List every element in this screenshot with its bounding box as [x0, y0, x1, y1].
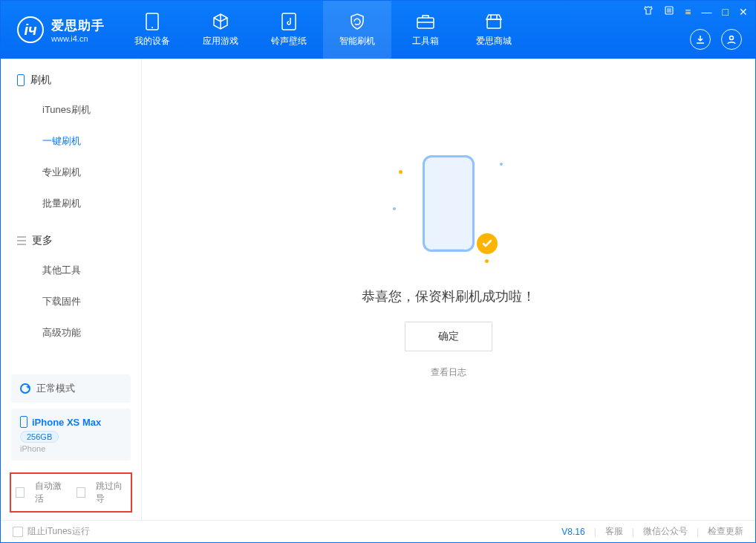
device-info-card[interactable]: iPhone XS Max 256GB iPhone [11, 409, 131, 461]
label-block-itunes: 阻止iTunes运行 [27, 525, 90, 538]
header-right-buttons [690, 29, 742, 50]
app-window: iч 爱思助手 www.i4.cn 我的设备 应用游戏 铃声壁纸 智能刷机 [0, 0, 756, 543]
music-file-icon [279, 12, 299, 31]
sidebar-item-other-tools[interactable]: 其他工具 [1, 255, 141, 286]
success-illustration [393, 140, 504, 267]
phone-icon [20, 416, 27, 428]
sidebar-item-itunes-flash[interactable]: iTunes刷机 [1, 94, 141, 126]
svg-rect-3 [417, 18, 434, 28]
shield-refresh-icon [348, 12, 367, 31]
main-content: 恭喜您，保资料刷机成功啦！ 确定 查看日志 [142, 59, 755, 520]
window-controls: ≡ — □ ✕ [643, 5, 748, 18]
svg-point-5 [730, 36, 734, 40]
sidebar-section-more: 更多 [1, 219, 141, 255]
sidebar-item-oneclick-flash[interactable]: 一键刷机 [1, 126, 141, 157]
tab-my-device[interactable]: 我的设备 [118, 1, 186, 59]
check-icon [475, 231, 500, 256]
sidebar-section-flash: 刷机 [1, 59, 141, 94]
checkbox-skip-guide[interactable] [76, 487, 85, 498]
device-mode-card[interactable]: 正常模式 [11, 374, 131, 403]
sidebar-item-batch-flash[interactable]: 批量刷机 [1, 188, 141, 219]
label-auto-activate: 自动激活 [35, 480, 65, 505]
refresh-icon [20, 383, 30, 394]
device-icon [143, 12, 162, 31]
cube-icon [211, 12, 230, 31]
device-storage-badge: 256GB [20, 431, 59, 443]
logo-text: 爱思助手 www.i4.cn [51, 17, 105, 43]
tab-ringtone-wallpaper[interactable]: 铃声壁纸 [255, 1, 323, 59]
tab-store[interactable]: 爱思商城 [460, 1, 528, 59]
tab-smart-flash[interactable]: 智能刷机 [323, 1, 391, 59]
checkbox-block-itunes[interactable] [13, 527, 23, 537]
tab-apps-games[interactable]: 应用游戏 [186, 1, 255, 59]
phone-icon [17, 74, 25, 86]
ok-button[interactable]: 确定 [405, 322, 492, 351]
checkbox-auto-activate[interactable] [16, 487, 25, 498]
version-label: V8.16 [561, 527, 584, 537]
device-type: iPhone [20, 444, 122, 453]
maximize-button[interactable]: □ [723, 6, 729, 18]
store-icon [484, 12, 504, 31]
sidebar: 刷机 iTunes刷机 一键刷机 专业刷机 批量刷机 更多 其他工具 下载固件 … [1, 59, 142, 520]
footer-wechat-link[interactable]: 微信公众号 [643, 525, 688, 538]
header-tabs: 我的设备 应用游戏 铃声壁纸 智能刷机 工具箱 爱思商城 [118, 1, 528, 59]
shirt-icon[interactable] [643, 5, 654, 18]
footer-check-update-link[interactable]: 检查更新 [708, 525, 743, 538]
view-log-link[interactable]: 查看日志 [431, 366, 466, 379]
label-skip-guide: 跳过向导 [96, 480, 126, 505]
success-message: 恭喜您，保资料刷机成功啦！ [362, 287, 535, 305]
close-button[interactable]: ✕ [739, 6, 748, 18]
body: 刷机 iTunes刷机 一键刷机 专业刷机 批量刷机 更多 其他工具 下载固件 … [1, 59, 755, 520]
svg-rect-4 [487, 19, 501, 28]
app-name: 爱思助手 [51, 17, 105, 34]
download-button[interactable] [690, 29, 711, 50]
logo-icon: iч [17, 16, 44, 43]
highlight-box: 自动激活 跳过向导 [10, 472, 132, 513]
user-button[interactable] [721, 29, 742, 50]
tab-toolbox[interactable]: 工具箱 [391, 1, 460, 59]
minimize-button[interactable]: — [702, 6, 712, 18]
sidebar-item-advanced[interactable]: 高级功能 [1, 317, 141, 348]
logo-area: iч 爱思助手 www.i4.cn [1, 1, 118, 59]
svg-point-1 [151, 27, 153, 28]
footer-support-link[interactable]: 客服 [605, 525, 623, 538]
device-name: iPhone XS Max [32, 417, 101, 428]
list-icon[interactable] [664, 5, 674, 18]
list-icon [17, 236, 26, 245]
toolbox-icon [416, 12, 435, 31]
header: iч 爱思助手 www.i4.cn 我的设备 应用游戏 铃声壁纸 智能刷机 [1, 1, 755, 59]
footer: 阻止iTunes运行 V8.16 | 客服 | 微信公众号 | 检查更新 [1, 520, 755, 542]
sidebar-item-download-firmware[interactable]: 下载固件 [1, 286, 141, 317]
menu-icon[interactable]: ≡ [685, 6, 691, 18]
sidebar-item-pro-flash[interactable]: 专业刷机 [1, 157, 141, 188]
app-url: www.i4.cn [51, 34, 105, 43]
